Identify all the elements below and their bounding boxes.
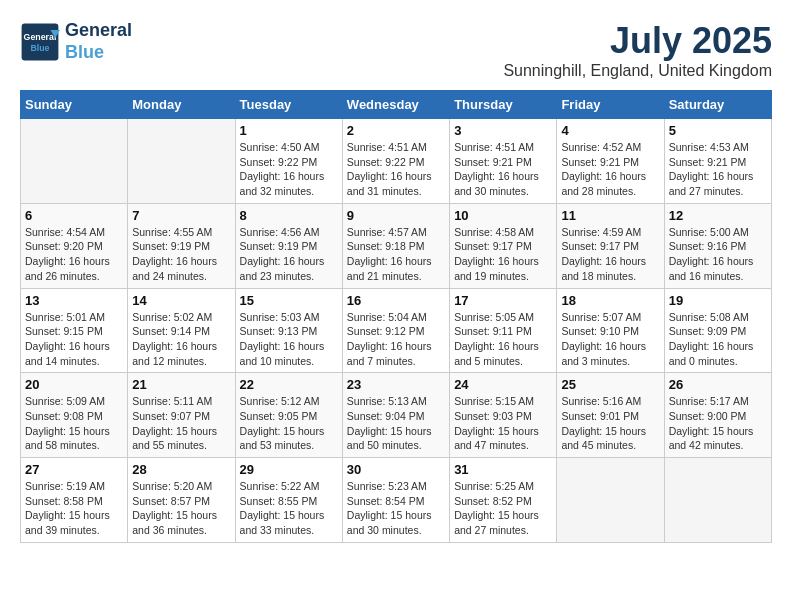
calendar-cell bbox=[21, 119, 128, 204]
day-number: 4 bbox=[561, 123, 659, 138]
calendar-cell: 4Sunrise: 4:52 AM Sunset: 9:21 PM Daylig… bbox=[557, 119, 664, 204]
day-number: 26 bbox=[669, 377, 767, 392]
day-info: Sunrise: 5:03 AM Sunset: 9:13 PM Dayligh… bbox=[240, 310, 338, 369]
day-number: 9 bbox=[347, 208, 445, 223]
day-info: Sunrise: 4:50 AM Sunset: 9:22 PM Dayligh… bbox=[240, 140, 338, 199]
day-number: 6 bbox=[25, 208, 123, 223]
day-info: Sunrise: 5:05 AM Sunset: 9:11 PM Dayligh… bbox=[454, 310, 552, 369]
svg-text:General: General bbox=[24, 31, 57, 41]
day-number: 28 bbox=[132, 462, 230, 477]
calendar-week-row: 6Sunrise: 4:54 AM Sunset: 9:20 PM Daylig… bbox=[21, 203, 772, 288]
weekday-header: Wednesday bbox=[342, 91, 449, 119]
calendar-cell: 24Sunrise: 5:15 AM Sunset: 9:03 PM Dayli… bbox=[450, 373, 557, 458]
svg-rect-0 bbox=[22, 23, 59, 60]
day-info: Sunrise: 5:11 AM Sunset: 9:07 PM Dayligh… bbox=[132, 394, 230, 453]
calendar-cell: 3Sunrise: 4:51 AM Sunset: 9:21 PM Daylig… bbox=[450, 119, 557, 204]
day-info: Sunrise: 4:52 AM Sunset: 9:21 PM Dayligh… bbox=[561, 140, 659, 199]
calendar-cell: 18Sunrise: 5:07 AM Sunset: 9:10 PM Dayli… bbox=[557, 288, 664, 373]
day-info: Sunrise: 5:22 AM Sunset: 8:55 PM Dayligh… bbox=[240, 479, 338, 538]
location: Sunninghill, England, United Kingdom bbox=[503, 62, 772, 80]
calendar-cell bbox=[664, 458, 771, 543]
weekday-header: Thursday bbox=[450, 91, 557, 119]
calendar-cell: 11Sunrise: 4:59 AM Sunset: 9:17 PM Dayli… bbox=[557, 203, 664, 288]
month-title: July 2025 bbox=[503, 20, 772, 62]
day-info: Sunrise: 4:56 AM Sunset: 9:19 PM Dayligh… bbox=[240, 225, 338, 284]
calendar-cell: 26Sunrise: 5:17 AM Sunset: 9:00 PM Dayli… bbox=[664, 373, 771, 458]
day-info: Sunrise: 5:08 AM Sunset: 9:09 PM Dayligh… bbox=[669, 310, 767, 369]
day-number: 20 bbox=[25, 377, 123, 392]
day-number: 19 bbox=[669, 293, 767, 308]
day-number: 7 bbox=[132, 208, 230, 223]
day-info: Sunrise: 4:53 AM Sunset: 9:21 PM Dayligh… bbox=[669, 140, 767, 199]
day-info: Sunrise: 4:51 AM Sunset: 9:21 PM Dayligh… bbox=[454, 140, 552, 199]
day-number: 23 bbox=[347, 377, 445, 392]
day-number: 24 bbox=[454, 377, 552, 392]
day-number: 12 bbox=[669, 208, 767, 223]
day-number: 27 bbox=[25, 462, 123, 477]
weekday-header: Sunday bbox=[21, 91, 128, 119]
day-info: Sunrise: 4:59 AM Sunset: 9:17 PM Dayligh… bbox=[561, 225, 659, 284]
day-number: 31 bbox=[454, 462, 552, 477]
day-number: 5 bbox=[669, 123, 767, 138]
day-info: Sunrise: 5:25 AM Sunset: 8:52 PM Dayligh… bbox=[454, 479, 552, 538]
calendar-cell: 5Sunrise: 4:53 AM Sunset: 9:21 PM Daylig… bbox=[664, 119, 771, 204]
day-number: 3 bbox=[454, 123, 552, 138]
calendar-cell: 2Sunrise: 4:51 AM Sunset: 9:22 PM Daylig… bbox=[342, 119, 449, 204]
day-info: Sunrise: 5:23 AM Sunset: 8:54 PM Dayligh… bbox=[347, 479, 445, 538]
day-number: 11 bbox=[561, 208, 659, 223]
day-info: Sunrise: 5:01 AM Sunset: 9:15 PM Dayligh… bbox=[25, 310, 123, 369]
calendar-cell bbox=[128, 119, 235, 204]
calendar-cell: 7Sunrise: 4:55 AM Sunset: 9:19 PM Daylig… bbox=[128, 203, 235, 288]
calendar-cell: 12Sunrise: 5:00 AM Sunset: 9:16 PM Dayli… bbox=[664, 203, 771, 288]
calendar-week-row: 20Sunrise: 5:09 AM Sunset: 9:08 PM Dayli… bbox=[21, 373, 772, 458]
calendar-cell: 6Sunrise: 4:54 AM Sunset: 9:20 PM Daylig… bbox=[21, 203, 128, 288]
weekday-header: Tuesday bbox=[235, 91, 342, 119]
day-number: 30 bbox=[347, 462, 445, 477]
logo-text: General Blue bbox=[65, 20, 132, 63]
day-info: Sunrise: 5:15 AM Sunset: 9:03 PM Dayligh… bbox=[454, 394, 552, 453]
day-info: Sunrise: 4:51 AM Sunset: 9:22 PM Dayligh… bbox=[347, 140, 445, 199]
day-info: Sunrise: 5:12 AM Sunset: 9:05 PM Dayligh… bbox=[240, 394, 338, 453]
day-info: Sunrise: 5:17 AM Sunset: 9:00 PM Dayligh… bbox=[669, 394, 767, 453]
calendar-cell bbox=[557, 458, 664, 543]
day-number: 17 bbox=[454, 293, 552, 308]
calendar-cell: 23Sunrise: 5:13 AM Sunset: 9:04 PM Dayli… bbox=[342, 373, 449, 458]
weekday-header: Saturday bbox=[664, 91, 771, 119]
day-number: 15 bbox=[240, 293, 338, 308]
calendar-cell: 30Sunrise: 5:23 AM Sunset: 8:54 PM Dayli… bbox=[342, 458, 449, 543]
calendar-cell: 14Sunrise: 5:02 AM Sunset: 9:14 PM Dayli… bbox=[128, 288, 235, 373]
day-number: 25 bbox=[561, 377, 659, 392]
logo-line1: General bbox=[65, 20, 132, 42]
calendar-cell: 27Sunrise: 5:19 AM Sunset: 8:58 PM Dayli… bbox=[21, 458, 128, 543]
calendar-cell: 21Sunrise: 5:11 AM Sunset: 9:07 PM Dayli… bbox=[128, 373, 235, 458]
calendar-cell: 1Sunrise: 4:50 AM Sunset: 9:22 PM Daylig… bbox=[235, 119, 342, 204]
day-number: 14 bbox=[132, 293, 230, 308]
calendar-cell: 29Sunrise: 5:22 AM Sunset: 8:55 PM Dayli… bbox=[235, 458, 342, 543]
logo-line2: Blue bbox=[65, 42, 132, 64]
calendar-week-row: 1Sunrise: 4:50 AM Sunset: 9:22 PM Daylig… bbox=[21, 119, 772, 204]
calendar-cell: 17Sunrise: 5:05 AM Sunset: 9:11 PM Dayli… bbox=[450, 288, 557, 373]
weekday-header: Friday bbox=[557, 91, 664, 119]
day-info: Sunrise: 5:09 AM Sunset: 9:08 PM Dayligh… bbox=[25, 394, 123, 453]
day-info: Sunrise: 4:54 AM Sunset: 9:20 PM Dayligh… bbox=[25, 225, 123, 284]
calendar-cell: 15Sunrise: 5:03 AM Sunset: 9:13 PM Dayli… bbox=[235, 288, 342, 373]
logo: General Blue General Blue bbox=[20, 20, 132, 63]
day-number: 1 bbox=[240, 123, 338, 138]
day-info: Sunrise: 5:07 AM Sunset: 9:10 PM Dayligh… bbox=[561, 310, 659, 369]
weekday-header-row: SundayMondayTuesdayWednesdayThursdayFrid… bbox=[21, 91, 772, 119]
title-block: July 2025 Sunninghill, England, United K… bbox=[503, 20, 772, 80]
day-number: 13 bbox=[25, 293, 123, 308]
day-info: Sunrise: 5:00 AM Sunset: 9:16 PM Dayligh… bbox=[669, 225, 767, 284]
calendar-cell: 10Sunrise: 4:58 AM Sunset: 9:17 PM Dayli… bbox=[450, 203, 557, 288]
day-info: Sunrise: 4:57 AM Sunset: 9:18 PM Dayligh… bbox=[347, 225, 445, 284]
day-info: Sunrise: 5:19 AM Sunset: 8:58 PM Dayligh… bbox=[25, 479, 123, 538]
calendar-cell: 25Sunrise: 5:16 AM Sunset: 9:01 PM Dayli… bbox=[557, 373, 664, 458]
calendar: SundayMondayTuesdayWednesdayThursdayFrid… bbox=[20, 90, 772, 543]
calendar-cell: 22Sunrise: 5:12 AM Sunset: 9:05 PM Dayli… bbox=[235, 373, 342, 458]
calendar-cell: 8Sunrise: 4:56 AM Sunset: 9:19 PM Daylig… bbox=[235, 203, 342, 288]
day-info: Sunrise: 5:20 AM Sunset: 8:57 PM Dayligh… bbox=[132, 479, 230, 538]
svg-text:Blue: Blue bbox=[30, 42, 49, 52]
calendar-cell: 9Sunrise: 4:57 AM Sunset: 9:18 PM Daylig… bbox=[342, 203, 449, 288]
calendar-week-row: 13Sunrise: 5:01 AM Sunset: 9:15 PM Dayli… bbox=[21, 288, 772, 373]
weekday-header: Monday bbox=[128, 91, 235, 119]
